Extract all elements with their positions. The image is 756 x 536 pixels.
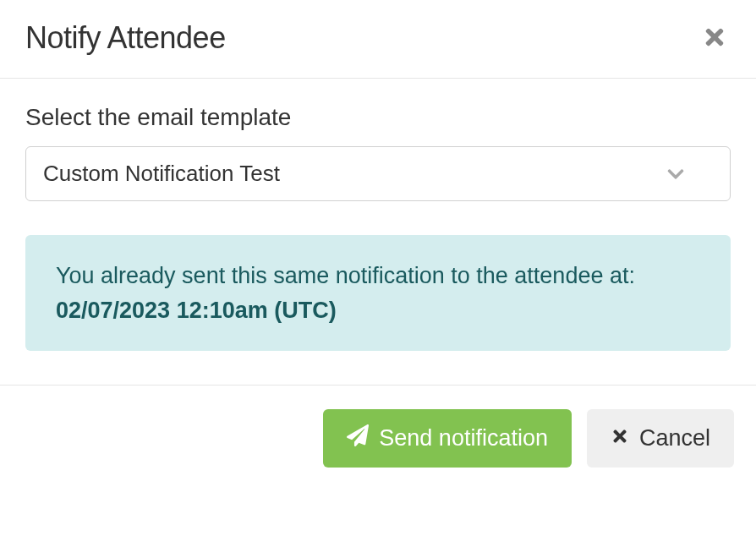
close-icon xyxy=(702,25,727,52)
paper-plane-icon xyxy=(347,424,369,452)
modal-title: Notify Attendee xyxy=(25,20,226,56)
modal-body: Select the email template Custom Notific… xyxy=(0,79,756,385)
alert-timestamp: 02/07/2023 12:10am (UTC) xyxy=(56,298,337,323)
notify-attendee-modal: Notify Attendee Select the email templat… xyxy=(0,0,756,491)
times-icon xyxy=(611,425,629,451)
chevron-down-icon xyxy=(664,165,688,183)
template-select-wrapper: Custom Notification Test xyxy=(25,146,731,201)
cancel-label: Cancel xyxy=(639,425,710,451)
cancel-button[interactable]: Cancel xyxy=(587,409,734,468)
close-button[interactable] xyxy=(698,21,731,56)
alert-prefix: You already sent this same notification … xyxy=(56,263,635,288)
already-sent-alert: You already sent this same notification … xyxy=(25,235,731,351)
template-field-label: Select the email template xyxy=(25,104,731,131)
modal-header: Notify Attendee xyxy=(0,0,756,79)
template-select[interactable]: Custom Notification Test xyxy=(25,146,731,201)
alert-text: You already sent this same notification … xyxy=(56,259,700,327)
send-notification-button[interactable]: Send notification xyxy=(323,409,572,468)
send-notification-label: Send notification xyxy=(379,425,548,451)
modal-footer: Send notification Cancel xyxy=(0,385,756,491)
template-select-value: Custom Notification Test xyxy=(43,161,280,187)
